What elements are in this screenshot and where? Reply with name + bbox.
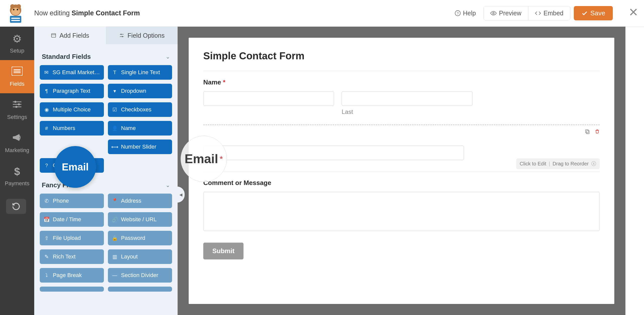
field-datetime[interactable]: 📅Date / Time (40, 212, 104, 227)
list-icon (12, 66, 23, 78)
pencil-icon: ✎ (44, 254, 49, 260)
envelope-icon: ✉ (44, 69, 49, 75)
email-input[interactable] (203, 146, 464, 160)
field-numbers[interactable]: #Numbers (40, 121, 104, 136)
nav-marketing-label: Marketing (5, 147, 29, 154)
field-row-comment[interactable]: Comment or Message (203, 171, 600, 239)
close-button[interactable] (629, 8, 638, 19)
hint-drag: Drag to Reorder (553, 161, 589, 167)
field-paragraph[interactable]: ¶Paragraph Text (40, 84, 104, 98)
first-name-input[interactable] (203, 91, 334, 106)
canvas: ◂ Email * Simple Contact Form Name * Las… (178, 27, 625, 315)
nav-setup[interactable]: ⚙ Setup (0, 27, 34, 60)
ghost-magnifier: Email * (181, 136, 227, 182)
form-title[interactable]: Simple Contact Form (203, 48, 600, 71)
form-paper: Email * Simple Contact Form Name * Last (189, 38, 614, 304)
field-label: Multiple Choice (53, 106, 91, 113)
now-editing-prefix: Now editing (34, 9, 72, 17)
ghost-asterisk: * (220, 154, 223, 164)
paragraph-icon: ¶ (44, 88, 49, 94)
field-checkboxes[interactable]: ☑Checkboxes (108, 102, 172, 117)
panel-scroll[interactable]: Standard Fields ⌄ ✉SG Email Market… TSin… (34, 44, 178, 315)
gear-icon: ⚙ (12, 33, 22, 45)
field-phone[interactable]: ✆Phone (40, 194, 104, 208)
embed-button[interactable]: Embed (528, 6, 570, 20)
field-extra-2[interactable] (108, 287, 172, 292)
dollar-icon: $ (14, 166, 20, 178)
field-richtext[interactable]: ✎Rich Text (40, 249, 104, 264)
caret-square-icon: ▾ (112, 88, 117, 94)
name-label-text: Name (203, 78, 221, 86)
check-icon (581, 10, 588, 17)
comment-textarea[interactable] (203, 192, 600, 231)
tab-add-fields[interactable]: Add Fields (34, 27, 106, 44)
row-hint: Click to Edit | Drag to Reorder ⓧ (516, 158, 600, 169)
field-row-email-selected[interactable]: Email * Click to Edit | Drag to Reorder … (203, 124, 600, 171)
fancy-fields-grid: ✆Phone 📍Address 📅Date / Time 🔗Website / … (40, 194, 172, 292)
field-label: Paragraph Text (53, 88, 90, 94)
nav-fields[interactable]: Fields (0, 60, 34, 93)
columns-icon: ▥ (112, 254, 117, 260)
drag-bubble-email[interactable]: Email (54, 146, 96, 188)
text-icon: T (112, 70, 117, 75)
field-label: Number Slider (121, 144, 156, 150)
svg-point-25 (120, 34, 122, 35)
field-address[interactable]: 📍Address (108, 194, 172, 208)
svg-rect-28 (586, 130, 588, 133)
preview-button[interactable]: Preview (484, 6, 528, 20)
tab-field-options[interactable]: Field Options (106, 27, 178, 44)
field-password[interactable]: 🔒Password (108, 231, 172, 245)
required-asterisk: * (223, 78, 225, 86)
preview-embed-segment: Preview Embed (484, 6, 570, 20)
help-link[interactable]: ? Help (451, 7, 480, 19)
field-section-divider[interactable]: —Section Divider (108, 268, 172, 283)
section-standard-head[interactable]: Standard Fields ⌄ (40, 44, 172, 65)
field-extra-1[interactable] (40, 287, 104, 292)
field-single-line[interactable]: TSingle Line Text (108, 65, 172, 80)
save-button[interactable]: Save (574, 6, 613, 20)
field-dropdown[interactable]: ▾Dropdown (108, 84, 172, 98)
field-sg-email[interactable]: ✉SG Email Market… (40, 65, 104, 80)
hash-icon: # (44, 125, 49, 131)
field-label: Section Divider (121, 272, 158, 279)
nav-marketing[interactable]: Marketing (0, 126, 34, 160)
close-icon (629, 8, 638, 17)
sliders-small-icon (119, 33, 125, 38)
field-row-name[interactable]: Name * Last (203, 71, 600, 123)
app-logo (5, 3, 26, 24)
svg-rect-8 (11, 20, 20, 21)
section-standard-title: Standard Fields (42, 53, 91, 61)
hint-click: Click to Edit (520, 161, 546, 167)
sliders-icon (12, 99, 22, 111)
field-name[interactable]: 👤Name (108, 121, 172, 136)
nav-payments[interactable]: $ Payments (0, 160, 34, 193)
history-icon (12, 202, 20, 211)
user-icon: 👤 (112, 125, 117, 131)
field-number-slider[interactable]: ⟷Number Slider (108, 140, 172, 154)
svg-point-27 (122, 36, 123, 37)
revision-button[interactable] (6, 199, 26, 214)
field-layout[interactable]: ▥Layout (108, 249, 172, 264)
field-label: Phone (53, 198, 69, 204)
field-multiple-choice[interactable]: ◉Multiple Choice (40, 102, 104, 117)
body: ⚙ Setup Fields Settings Marketing $ Paym… (0, 27, 644, 315)
submit-button[interactable]: Submit (203, 243, 244, 259)
field-label: Checkboxes (121, 106, 151, 113)
hint-close[interactable]: ⓧ (591, 160, 596, 167)
field-url[interactable]: 🔗Website / URL (108, 212, 172, 227)
nav-settings[interactable]: Settings (0, 93, 34, 126)
question-icon: ? (44, 163, 49, 168)
code-icon (535, 10, 541, 16)
field-pagebreak[interactable]: ⤵Page Break (40, 268, 104, 283)
field-label: Numbers (53, 125, 75, 131)
svg-point-21 (15, 106, 17, 108)
eye-icon (490, 10, 497, 16)
fields-panel: Add Fields Field Options Standard Fields… (34, 27, 178, 315)
field-upload[interactable]: ⇧File Upload (40, 231, 104, 245)
field-label: Address (121, 198, 141, 204)
collapse-panel-handle[interactable]: ◂ (178, 187, 185, 203)
last-name-input[interactable] (342, 91, 472, 106)
svg-point-11 (493, 12, 494, 14)
top-header: Now editing Simple Contact Form ? Help P… (0, 0, 644, 27)
embed-label: Embed (544, 10, 564, 17)
